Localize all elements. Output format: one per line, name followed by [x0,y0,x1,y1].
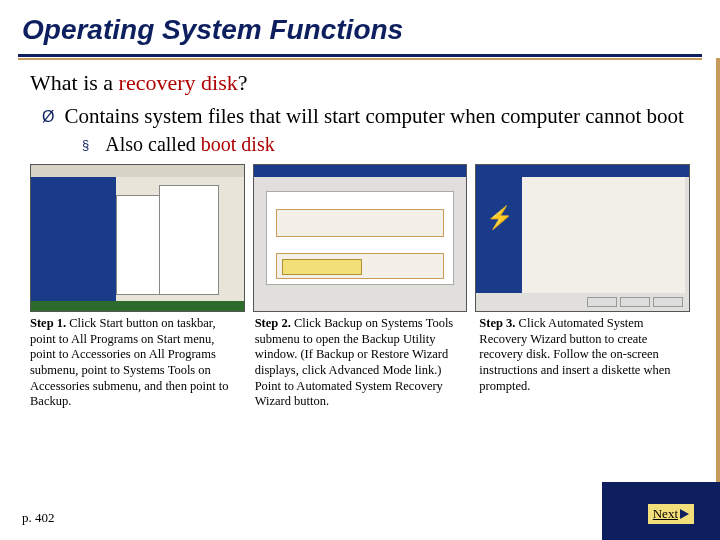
next-label: Next [653,506,678,522]
screenshot-2 [253,164,468,312]
next-button[interactable]: Next [648,504,694,524]
steps-row: Step 1. Click Start button on taskbar, p… [30,316,690,410]
divider-dark [18,54,702,57]
step-3: Step 3. Click Automated System Recovery … [479,316,690,410]
step-2-label: Step 2. [255,316,291,330]
bullet-main-text: Contains system files that will start co… [64,104,683,129]
sub-highlight: boot disk [201,133,275,155]
decorative-edge [716,58,720,482]
step-1: Step 1. Click Start button on taskbar, p… [30,316,241,410]
question-suffix: ? [238,70,248,95]
screenshot-1 [30,164,245,312]
step-2: Step 2. Click Backup on Systems Tools su… [255,316,466,410]
screenshot-row: ⚡ [30,164,690,312]
arrow-right-icon [680,509,689,519]
question-prefix: What is a [30,70,119,95]
chevron-right-icon: Ø [42,108,54,126]
question-highlight: recovery disk [119,70,238,95]
bullet-sub-text: Also called boot disk [105,133,274,156]
page-reference: p. 402 [22,510,55,526]
step-1-label: Step 1. [30,316,66,330]
sub-prefix: Also called [105,133,201,155]
bullet-main-row: Ø Contains system files that will start … [42,104,690,129]
bullet-sub-row: § Also called boot disk [82,133,690,156]
screenshot-3: ⚡ [475,164,690,312]
square-bullet-icon: § [82,137,89,152]
page-title: Operating System Functions [22,14,698,46]
lightning-icon: ⚡ [486,205,513,231]
question-heading: What is a recovery disk? [30,70,690,96]
step-3-label: Step 3. [479,316,515,330]
